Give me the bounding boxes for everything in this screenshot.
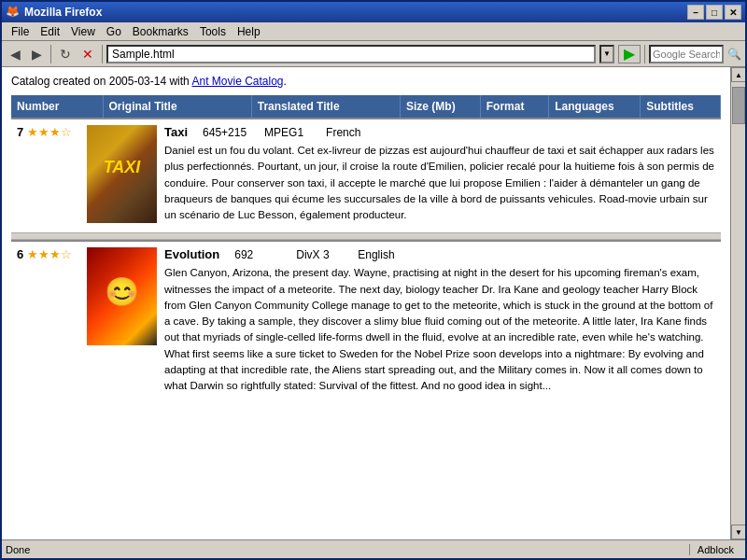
movie-taxi-poster xyxy=(87,125,157,223)
back-button[interactable]: ◀ xyxy=(6,44,25,64)
movie-taxi-format: MPEG1 xyxy=(264,126,320,139)
col-header-number: Number xyxy=(11,95,103,118)
catalog-table: Number Original Title Translated Title S… xyxy=(11,95,721,118)
content-area: Catalog created on 2005-03-14 with Ant M… xyxy=(2,67,745,539)
scrollbar: ▲ ▼ xyxy=(730,67,745,539)
main-content: Catalog created on 2005-03-14 with Ant M… xyxy=(2,67,730,539)
menu-bookmarks[interactable]: Bookmarks xyxy=(127,23,194,40)
movie-taxi-title: Taxi xyxy=(164,125,188,139)
scroll-thumb[interactable] xyxy=(732,87,745,124)
movie-evolution-number: 6 ★★★☆ xyxy=(17,247,87,261)
movie-evolution-main: 6 ★★★☆ Evolution 692 DivX 3 English xyxy=(11,240,721,403)
toolbar: ◀ ▶ ↻ ✕ ▼ ▶ 🔍 xyxy=(2,41,745,67)
scroll-down-button[interactable]: ▼ xyxy=(731,525,745,539)
menubar: File Edit View Go Bookmarks Tools Help xyxy=(2,22,745,41)
col-header-languages: Languages xyxy=(549,95,641,118)
refresh-button[interactable]: ↻ xyxy=(55,44,76,64)
scroll-up-button[interactable]: ▲ xyxy=(731,67,745,82)
evolution-poster-image xyxy=(87,247,157,345)
col-header-subtitles: Subtitles xyxy=(641,95,721,118)
window-controls: – □ ✕ xyxy=(687,5,741,20)
toolbar-separator-1 xyxy=(50,45,51,63)
catalog-header: Catalog created on 2005-03-14 with Ant M… xyxy=(11,75,721,88)
toolbar-separator-3 xyxy=(644,45,645,63)
status-text: Done xyxy=(6,544,689,555)
address-bar: ▼ ▶ xyxy=(106,45,641,63)
movie-evolution-info: Evolution 692 DivX 3 English Glen Canyon… xyxy=(157,247,715,399)
forward-button[interactable]: ▶ xyxy=(27,44,47,64)
movie-taxi-main: 7 ★★★☆ Taxi 645+215 MPEG1 French xyxy=(11,118,721,232)
movie-taxi-size: 645+215 xyxy=(193,126,259,139)
movie-separator xyxy=(11,232,721,240)
address-input[interactable] xyxy=(106,45,596,63)
movie-evolution-language: English xyxy=(358,248,432,261)
movie-evolution-poster xyxy=(87,247,157,345)
catalog-link[interactable]: Ant Movie Catalog xyxy=(191,75,283,88)
titlebar: 🦊 Mozilla Firefox – □ ✕ xyxy=(2,2,745,22)
maximize-button[interactable]: □ xyxy=(706,5,723,20)
window-title: Mozilla Firefox xyxy=(24,6,687,19)
firefox-icon: 🦊 xyxy=(6,5,21,20)
search-icon: 🔍 xyxy=(727,48,741,61)
stop-button[interactable]: ✕ xyxy=(78,44,98,64)
menu-edit[interactable]: Edit xyxy=(35,23,65,40)
movie-evolution-size: 692 xyxy=(225,248,290,261)
col-header-size: Size (Mb) xyxy=(401,95,481,118)
movie-taxi-number: 7 ★★★☆ xyxy=(17,125,87,139)
adblock-indicator: Adblock xyxy=(689,544,741,555)
movie-row-evolution: 6 ★★★☆ Evolution 692 DivX 3 English xyxy=(11,240,721,403)
menu-file[interactable]: File xyxy=(6,23,35,40)
close-button[interactable]: ✕ xyxy=(725,5,741,20)
movie-evolution-description: Glen Canyon, Arizona, the present day. W… xyxy=(164,265,715,399)
catalog-after: . xyxy=(284,75,287,88)
taxi-poster-image xyxy=(87,125,157,223)
minimize-button[interactable]: – xyxy=(687,5,704,20)
scroll-track xyxy=(731,82,745,525)
table-header-row: Number Original Title Translated Title S… xyxy=(11,95,721,118)
menu-tools[interactable]: Tools xyxy=(194,23,232,40)
movie-row-taxi: 7 ★★★☆ Taxi 645+215 MPEG1 French xyxy=(11,118,721,232)
col-header-format: Format xyxy=(480,95,549,118)
col-header-original: Original Title xyxy=(103,95,251,118)
statusbar: Done Adblock xyxy=(2,539,745,558)
go-button[interactable]: ▶ xyxy=(618,45,641,63)
col-header-translated: Translated Title xyxy=(251,95,400,118)
menu-view[interactable]: View xyxy=(65,23,101,40)
menu-go[interactable]: Go xyxy=(101,23,127,40)
movie-evolution-title-row: Evolution 692 DivX 3 English xyxy=(164,247,715,261)
menu-help[interactable]: Help xyxy=(232,23,266,40)
browser-window: 🦊 Mozilla Firefox – □ ✕ File Edit View G… xyxy=(0,0,747,560)
movie-taxi-info: Taxi 645+215 MPEG1 French Daniel est un … xyxy=(157,125,715,229)
movie-evolution-title: Evolution xyxy=(164,247,219,261)
catalog-header-text: Catalog created on 2005-03-14 with xyxy=(11,75,191,88)
search-input[interactable] xyxy=(649,45,724,63)
movie-taxi-language: French xyxy=(326,126,401,139)
movie-evolution-format: DivX 3 xyxy=(296,248,352,261)
movie-taxi-description: Daniel est un fou du volant. Cet ex-livr… xyxy=(164,143,715,229)
address-dropdown[interactable]: ▼ xyxy=(599,45,614,63)
toolbar-separator-2 xyxy=(102,45,103,63)
movie-taxi-title-row: Taxi 645+215 MPEG1 French xyxy=(164,125,715,139)
page-body: Catalog created on 2005-03-14 with Ant M… xyxy=(2,67,730,411)
